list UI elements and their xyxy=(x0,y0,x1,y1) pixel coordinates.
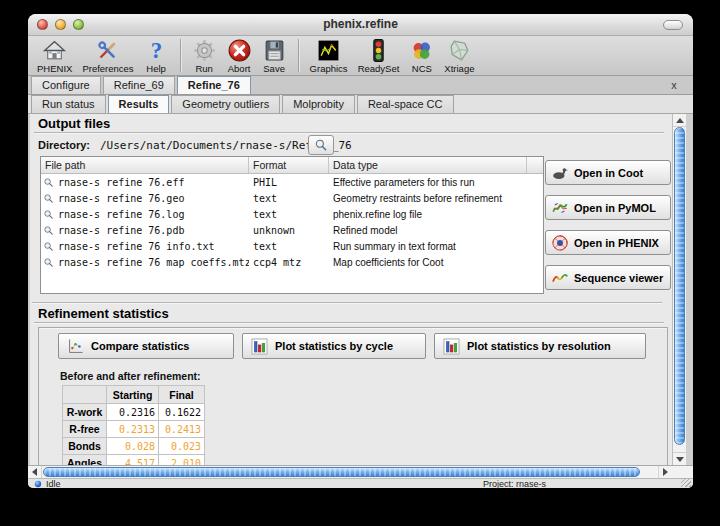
file-path-cell: rnase-s_refine_76.pdb xyxy=(41,225,249,236)
toolbar-button-preferences[interactable]: Preferences xyxy=(77,37,138,75)
toolbar-button-phenix[interactable]: PHENIX xyxy=(32,37,77,75)
file-path-cell: rnase-s_refine_76_info.txt xyxy=(41,241,249,252)
browse-directory-button[interactable] xyxy=(308,135,334,155)
resize-grip[interactable] xyxy=(681,478,691,487)
file-row[interactable]: rnase-s_refine_76.pdbunknownRefined mode… xyxy=(41,222,543,238)
results-tab-bar: Run statusResultsGeometry outliersMolpro… xyxy=(28,95,693,114)
plot-statistics-by-cycle-button[interactable]: Plot statistics by cycle xyxy=(242,333,426,359)
stats-starting-value: 0.2313 xyxy=(107,421,159,438)
stats-row-label: Bonds xyxy=(63,438,107,455)
toolbar-button-label: Xtriage xyxy=(444,63,474,74)
file-format: unknown xyxy=(249,225,329,236)
tab-refine-69[interactable]: Refine_69 xyxy=(103,76,175,94)
magnifier-icon[interactable] xyxy=(43,177,54,188)
tab-geometry-outliers[interactable]: Geometry outliers xyxy=(171,95,280,113)
zoom-window-button[interactable] xyxy=(73,19,84,30)
scroll-up-button[interactable] xyxy=(673,114,686,127)
toolbar-separator xyxy=(298,39,299,72)
tab-run-status[interactable]: Run status xyxy=(31,95,106,113)
vertical-scrollbar[interactable] xyxy=(672,114,686,465)
file-name: rnase-s_refine_76.log xyxy=(58,209,184,220)
window-controls xyxy=(37,19,84,30)
horizontal-scrollbar[interactable] xyxy=(28,465,693,478)
column-header-file-path[interactable]: File path xyxy=(41,157,249,173)
stats-corner-cell xyxy=(63,386,107,404)
magnifier-icon[interactable] xyxy=(43,241,54,252)
barchart-icon xyxy=(442,337,461,356)
file-row[interactable]: rnase-s_refine_76.geotextGeometry restra… xyxy=(41,190,543,206)
plot-statistics-by-resolution-button[interactable]: Plot statistics by resolution xyxy=(434,333,646,359)
toolbar-button-readyset[interactable]: ReadySet xyxy=(353,37,405,75)
output-files-table[interactable]: File path Format Data type rnase-s_refin… xyxy=(40,156,544,294)
toolbar-button-label: Graphics xyxy=(310,63,348,74)
tab-refine-76[interactable]: Refine_76 xyxy=(177,76,251,94)
file-row[interactable]: rnase-s_refine_76.effPHILEffective param… xyxy=(41,174,543,190)
save-icon xyxy=(262,38,287,63)
main-tab-bar: ConfigureRefine_69Refine_76 x xyxy=(28,76,693,95)
column-header-format[interactable]: Format xyxy=(249,157,329,173)
results-panel: Output files Directory: /Users/nat/Docum… xyxy=(30,114,686,465)
magnifier-icon[interactable] xyxy=(43,225,54,236)
open-in-coot-button[interactable]: Open in Coot xyxy=(545,160,671,185)
toolbar-button-save[interactable]: Save xyxy=(257,37,292,75)
vertical-scroll-thumb[interactable] xyxy=(674,127,685,445)
sequence-viewer-button[interactable]: Sequence viewer xyxy=(545,265,671,290)
window-title: phenix.refine xyxy=(28,14,693,35)
file-data-type: Effective parameters for this run xyxy=(329,177,527,188)
right-arrow-icon xyxy=(663,468,668,476)
button-label: Compare statistics xyxy=(91,340,189,352)
close-window-button[interactable] xyxy=(37,19,48,30)
button-label: Plot statistics by cycle xyxy=(275,340,393,352)
file-row[interactable]: rnase-s_refine_76_map_coeffs.mtzccp4_mtz… xyxy=(41,254,543,270)
file-format: text xyxy=(249,241,329,252)
down-arrow-icon xyxy=(676,457,684,462)
status-bar: Idle Project: rnase-s xyxy=(28,478,693,488)
svg-text:?: ? xyxy=(150,38,161,63)
barchart-icon xyxy=(250,337,269,356)
column-header-data-type[interactable]: Data type xyxy=(329,157,527,173)
toolbar-button-ncs[interactable]: NCS xyxy=(404,37,439,75)
tab-molprobity[interactable]: Molprobity xyxy=(282,95,355,113)
toolbar-button-graphics[interactable]: Graphics xyxy=(305,37,353,75)
toolbar-button-label: Abort xyxy=(228,63,251,74)
open-in-pymol-button[interactable]: Open in PyMOL xyxy=(545,195,671,220)
open-in-phenix-button[interactable]: Open in PHENIX xyxy=(545,230,671,255)
file-name: rnase-s_refine_76.pdb xyxy=(58,225,184,236)
tab-results[interactable]: Results xyxy=(108,95,170,113)
file-name: rnase-s_refine_76_map_coeffs.mtz xyxy=(58,257,249,268)
toolbar-button-label: NCS xyxy=(412,63,432,74)
magnifier-icon[interactable] xyxy=(43,257,54,268)
scroll-down-button[interactable] xyxy=(673,452,686,465)
toolbar-toggle-pill-button[interactable] xyxy=(663,20,683,30)
toolbar-button-run[interactable]: Run xyxy=(187,37,222,75)
magnifier-icon[interactable] xyxy=(43,193,54,204)
abort-icon xyxy=(227,38,252,63)
file-row[interactable]: rnase-s_refine_76.logtextphenix.refine l… xyxy=(41,206,543,222)
preferences-tools-icon xyxy=(95,38,120,63)
xtriage-icon xyxy=(447,38,472,63)
phenix-refine-window: phenix.refine PHENIXPreferences?HelpRunA… xyxy=(28,14,693,488)
stats-starting-value: 0.2316 xyxy=(107,404,159,421)
coot-icon xyxy=(551,164,569,182)
stats-row-label: Angles xyxy=(63,455,107,465)
file-path-cell: rnase-s_refine_76.log xyxy=(41,209,249,220)
toolbar-button-label: Preferences xyxy=(82,63,133,74)
magnifier-icon[interactable] xyxy=(43,209,54,220)
run-gear-icon xyxy=(192,38,217,63)
scroll-left-button[interactable] xyxy=(28,466,42,478)
toolbar-button-abort[interactable]: Abort xyxy=(222,37,257,75)
horizontal-scroll-thumb[interactable] xyxy=(43,467,640,477)
titlebar[interactable]: phenix.refine xyxy=(28,14,693,36)
toolbar-button-xtriage[interactable]: Xtriage xyxy=(439,37,479,75)
tab-configure[interactable]: Configure xyxy=(31,76,101,94)
tab-real-space-cc[interactable]: Real-space CC xyxy=(357,95,454,113)
scroll-right-button[interactable] xyxy=(658,466,672,478)
minimize-window-button[interactable] xyxy=(55,19,66,30)
ncs-icon xyxy=(409,38,434,63)
file-row[interactable]: rnase-s_refine_76_info.txttextRun summar… xyxy=(41,238,543,254)
tab-close-icon[interactable]: x xyxy=(667,78,681,92)
toolbar-button-help[interactable]: ?Help xyxy=(139,37,174,75)
compare-icon xyxy=(66,337,85,356)
compare-statistics-button[interactable]: Compare statistics xyxy=(58,333,234,359)
file-name: rnase-s_refine_76_info.txt xyxy=(58,241,215,252)
